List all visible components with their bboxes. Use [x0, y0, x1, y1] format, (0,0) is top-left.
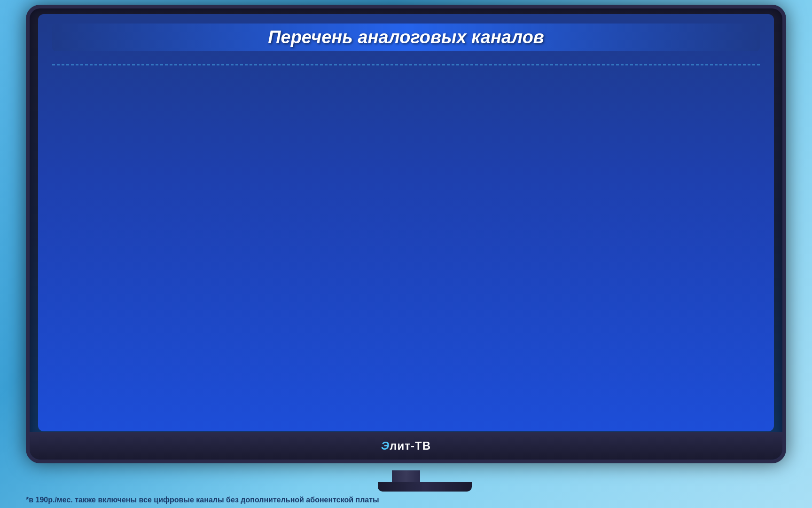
tv-stand-base — [378, 482, 472, 492]
tv-screen: Перечень аналоговых каналов — [38, 14, 774, 431]
tv-stand — [378, 470, 434, 496]
pricing-bar — [52, 69, 760, 75]
divider — [52, 64, 760, 65]
brand-logo: Элит-ТВ — [381, 439, 431, 452]
tv-screen-container: Перечень аналоговых каналов Элит-ТВ — [26, 5, 786, 463]
tv-bottom-bar: Элит-ТВ — [30, 432, 782, 460]
tv-stand-neck — [392, 470, 420, 482]
page-title: Перечень аналоговых каналов — [52, 24, 760, 51]
bottom-note: *в 190р./мес. также включены все цифровы… — [26, 496, 786, 504]
